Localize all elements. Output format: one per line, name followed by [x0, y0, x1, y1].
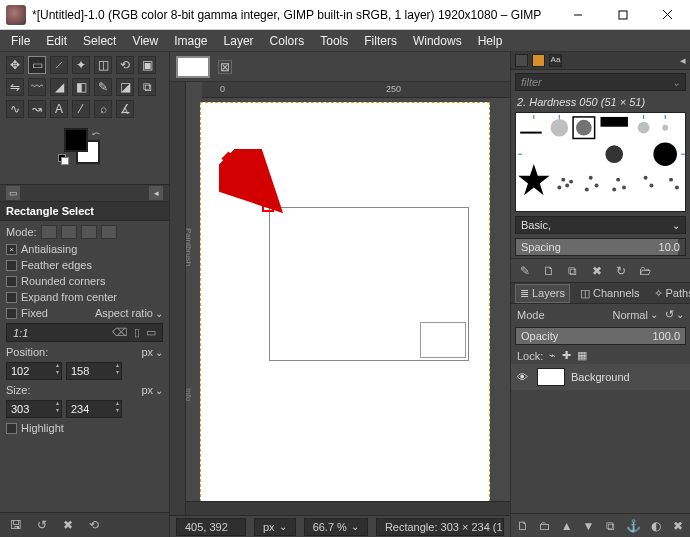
menu-view[interactable]: View — [125, 32, 165, 50]
tool-text[interactable]: A — [50, 100, 68, 118]
tool-rotate[interactable]: ⟲ — [116, 56, 134, 74]
mode-intersect[interactable] — [101, 225, 117, 239]
tool-fuzzy-select[interactable]: ✦ — [72, 56, 90, 74]
foreground-color[interactable] — [64, 128, 88, 152]
tool-options-tab[interactable]: ▭ — [6, 186, 20, 200]
merge-down-icon[interactable]: ⚓ — [626, 518, 641, 533]
tool-pencil[interactable]: ✎ — [94, 78, 112, 96]
highlight-checkbox[interactable] — [6, 423, 17, 434]
tool-move[interactable]: ✥ — [6, 56, 24, 74]
selection-rectangle[interactable] — [269, 207, 469, 361]
tool-measure[interactable]: ∡ — [116, 100, 134, 118]
brush-grid[interactable] — [515, 112, 686, 212]
blend-mode-dropdown[interactable]: Normal⌄ ↺⌄ — [612, 308, 684, 321]
layer-row[interactable]: 👁 Background — [511, 364, 690, 390]
tool-crop[interactable]: ◫ — [94, 56, 112, 74]
layer-name[interactable]: Background — [571, 371, 630, 383]
menu-filters[interactable]: Filters — [357, 32, 404, 50]
tab-channels[interactable]: ◫Channels — [576, 285, 643, 302]
status-unit[interactable]: px⌄ — [254, 518, 296, 536]
mode-add[interactable] — [61, 225, 77, 239]
lock-alpha-icon[interactable]: ▦ — [577, 349, 587, 362]
lock-pixels-icon[interactable]: ⌁ — [549, 349, 556, 362]
brush-filter[interactable]: filter ⌄ — [515, 73, 686, 91]
menu-file[interactable]: File — [4, 32, 37, 50]
antialias-checkbox[interactable] — [6, 244, 17, 255]
lock-position-icon[interactable]: ✚ — [562, 349, 571, 362]
tool-path[interactable]: ↝ — [28, 100, 46, 118]
lower-layer-icon[interactable]: ▼ — [582, 518, 595, 533]
canvas[interactable]: Paintbrush Info — [186, 98, 510, 501]
patterns-tab-icon[interactable] — [532, 54, 545, 67]
reset-preset-icon[interactable]: ⟲ — [86, 517, 102, 533]
swap-colors-icon[interactable]: ⤺ — [92, 128, 100, 139]
brushes-tab-icon[interactable] — [515, 54, 528, 67]
tab-paths[interactable]: ✧Paths — [650, 285, 690, 302]
status-zoom[interactable]: 66.7 %⌄ — [304, 518, 368, 536]
fixed-dropdown[interactable]: Aspect ratio⌄ — [95, 307, 163, 319]
tool-picker[interactable]: ⁄ — [72, 100, 90, 118]
close-button[interactable] — [645, 0, 690, 30]
new-group-icon[interactable]: 🗀 — [539, 518, 552, 533]
tool-gradient[interactable]: ◧ — [72, 78, 90, 96]
minimize-button[interactable] — [555, 0, 600, 30]
duplicate-brush-icon[interactable]: ⧉ — [565, 263, 580, 278]
ratio-field[interactable]: 1:1 ⌫ ▯ ▭ — [6, 323, 163, 342]
fixed-checkbox[interactable] — [6, 308, 17, 319]
edit-brush-icon[interactable]: ✎ — [517, 263, 532, 278]
new-brush-icon[interactable]: 🗋 — [541, 263, 556, 278]
mode-switch-icon[interactable]: ↺ — [665, 308, 674, 321]
doc-thumbnail[interactable] — [176, 56, 210, 78]
menu-image[interactable]: Image — [167, 32, 214, 50]
delete-preset-icon[interactable]: ✖ — [60, 517, 76, 533]
menu-windows[interactable]: Windows — [406, 32, 469, 50]
visibility-eye-icon[interactable]: 👁 — [517, 371, 531, 383]
raise-layer-icon[interactable]: ▲ — [560, 518, 573, 533]
position-unit[interactable]: px⌄ — [141, 346, 163, 358]
mode-replace[interactable] — [41, 225, 57, 239]
position-x[interactable]: 102 — [6, 362, 62, 380]
delete-brush-icon[interactable]: ✖ — [589, 263, 604, 278]
save-preset-icon[interactable]: 🖫 — [8, 517, 24, 533]
size-unit[interactable]: px⌄ — [141, 384, 163, 396]
duplicate-layer-icon[interactable]: ⧉ — [604, 518, 617, 533]
size-w[interactable]: 303 — [6, 400, 62, 418]
rounded-checkbox[interactable] — [6, 276, 17, 287]
refresh-brush-icon[interactable]: ↻ — [613, 263, 628, 278]
delete-layer-icon[interactable]: ✖ — [671, 518, 684, 533]
expand-checkbox[interactable] — [6, 292, 17, 303]
size-h[interactable]: 234 — [66, 400, 122, 418]
fonts-tab-icon[interactable]: Aa — [549, 54, 562, 67]
open-as-image-icon[interactable]: 🗁 — [637, 263, 652, 278]
clear-icon[interactable]: ⌫ — [112, 326, 128, 339]
reset-colors-icon[interactable] — [58, 154, 68, 164]
portrait-icon[interactable]: ▯ — [134, 326, 140, 339]
tab-layers[interactable]: ≣Layers — [515, 284, 570, 303]
restore-preset-icon[interactable]: ↺ — [34, 517, 50, 533]
layer-thumbnail[interactable] — [537, 368, 565, 386]
tool-eraser[interactable]: ◪ — [116, 78, 134, 96]
menu-edit[interactable]: Edit — [39, 32, 74, 50]
doc-close-icon[interactable]: ⊠ — [218, 60, 232, 74]
tool-warp[interactable]: 〰 — [28, 78, 46, 96]
tool-bucket[interactable]: ◢ — [50, 78, 68, 96]
feather-checkbox[interactable] — [6, 260, 17, 271]
new-layer-icon[interactable]: 🗋 — [517, 518, 530, 533]
brush-spacing[interactable]: Spacing 10.0 — [515, 238, 686, 256]
tool-smudge[interactable]: ∿ — [6, 100, 24, 118]
scrollbar-horizontal[interactable] — [186, 501, 510, 515]
fg-bg-colors[interactable]: ⤺ — [64, 128, 108, 178]
menu-colors[interactable]: Colors — [263, 32, 312, 50]
tool-free-select[interactable]: ⟋ — [50, 56, 68, 74]
mode-subtract[interactable] — [81, 225, 97, 239]
landscape-icon[interactable]: ▭ — [146, 326, 156, 339]
menu-layer[interactable]: Layer — [217, 32, 261, 50]
tool-zoom[interactable]: ⌕ — [94, 100, 112, 118]
maximize-button[interactable] — [600, 0, 645, 30]
tool-flip[interactable]: ⇋ — [6, 78, 24, 96]
dock-menu-icon[interactable]: ◂ — [680, 54, 686, 67]
mask-icon[interactable]: ◐ — [650, 518, 663, 533]
tab-menu-icon[interactable]: ◂ — [149, 186, 163, 200]
menu-tools[interactable]: Tools — [313, 32, 355, 50]
tool-clone[interactable]: ⧉ — [138, 78, 156, 96]
